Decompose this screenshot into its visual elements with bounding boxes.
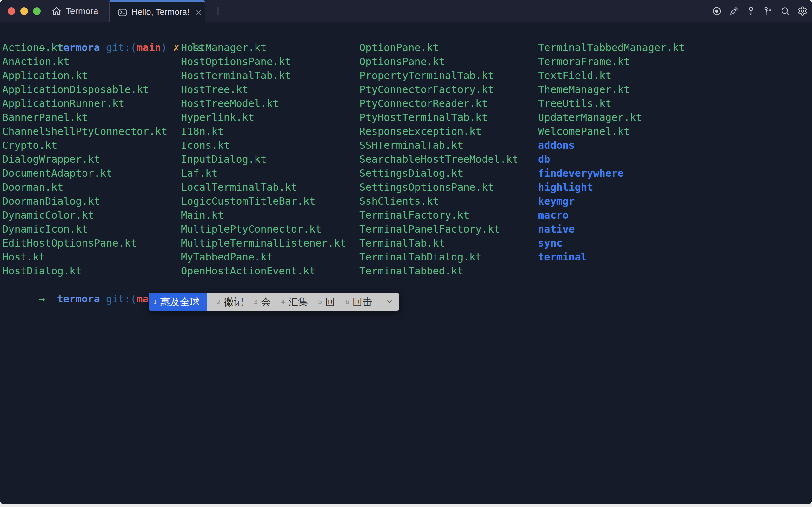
file-column: HostManager.ktHostOptionsPane.ktHostTerm… bbox=[181, 41, 346, 278]
file-item: EditHostOptionsPane.kt bbox=[2, 236, 167, 250]
ime-candidate-selected[interactable]: 1惠及全球 bbox=[149, 292, 207, 311]
file-item: Hyperlink.kt bbox=[181, 110, 346, 124]
file-item: UpdaterManager.kt bbox=[538, 110, 685, 124]
file-item: OptionPane.kt bbox=[359, 41, 519, 55]
file-item: DialogWrapper.kt bbox=[2, 152, 167, 166]
candidate-text: 惠及全球 bbox=[160, 295, 200, 309]
traffic-lights bbox=[8, 7, 41, 15]
git-prefix: git:( bbox=[106, 293, 137, 305]
file-item: DynamicIcon.kt bbox=[2, 222, 167, 236]
file-column: Actions.ktAnAction.ktApplication.ktAppli… bbox=[2, 41, 167, 278]
file-item: BannerPanel.kt bbox=[2, 110, 167, 124]
file-item: TermoraFrame.kt bbox=[538, 55, 685, 68]
new-tab-button[interactable] bbox=[207, 0, 229, 22]
file-item: DynamicColor.kt bbox=[2, 208, 167, 222]
record-icon bbox=[712, 6, 722, 16]
keychain-button[interactable] bbox=[763, 6, 773, 16]
file-item: SearchableHostTreeModel.kt bbox=[359, 152, 519, 166]
home-icon bbox=[51, 6, 62, 16]
file-item: TerminalTabDialog.kt bbox=[359, 250, 519, 264]
file-item: PropertyTerminalTab.kt bbox=[359, 68, 519, 82]
file-item: TerminalFactory.kt bbox=[359, 208, 519, 222]
ime-candidate-bar: 1惠及全球2徽记3会4汇集5回6回击 bbox=[149, 292, 399, 311]
file-item: TerminalTabbedManager.kt bbox=[538, 41, 685, 55]
file-item: Icons.kt bbox=[181, 138, 346, 152]
file-item: ApplicationDisposable.kt bbox=[2, 82, 167, 97]
file-item: TreeUtils.kt bbox=[538, 97, 685, 110]
file-item: HostTerminalTab.kt bbox=[181, 68, 346, 82]
dir-item: db bbox=[538, 152, 685, 166]
home-tab[interactable]: Termora bbox=[51, 0, 98, 22]
settings-button[interactable] bbox=[797, 6, 808, 16]
file-item: LocalTerminalTab.kt bbox=[181, 180, 346, 194]
file-item: SettingsDialog.kt bbox=[359, 166, 519, 180]
file-item: Application.kt bbox=[2, 68, 167, 82]
candidate-number: 4 bbox=[281, 295, 285, 309]
keys-button[interactable] bbox=[746, 6, 756, 16]
branch-icon bbox=[763, 6, 773, 16]
prompt-user: termora bbox=[57, 293, 100, 305]
close-window-button[interactable] bbox=[8, 7, 15, 15]
search-button[interactable] bbox=[780, 6, 791, 16]
ime-candidate[interactable]: 6回击 bbox=[345, 295, 372, 309]
file-item: WelcomePanel.kt bbox=[538, 124, 685, 138]
ime-candidate[interactable]: 5回 bbox=[318, 295, 335, 309]
zoom-window-button[interactable] bbox=[33, 7, 41, 15]
tab-close-button[interactable] bbox=[195, 9, 203, 16]
file-item: Actions.kt bbox=[2, 41, 167, 55]
candidate-number: 2 bbox=[217, 295, 221, 309]
ime-candidate[interactable]: 3会 bbox=[254, 295, 271, 309]
file-item: MyTabbedPane.kt bbox=[181, 250, 346, 264]
file-item: ThemeManager.kt bbox=[538, 82, 685, 97]
file-item: Laf.kt bbox=[181, 166, 346, 180]
file-item: DocumentAdaptor.kt bbox=[2, 166, 167, 180]
file-item: Doorman.kt bbox=[2, 180, 167, 194]
candidate-text: 徽记 bbox=[224, 295, 243, 309]
file-item: HostTree.kt bbox=[181, 82, 346, 97]
file-item: LogicCustomTitleBar.kt bbox=[181, 194, 346, 208]
terminal-icon bbox=[118, 8, 127, 17]
terminal-screen[interactable]: →termoragit:(main)✗ls Actions.ktAnAction… bbox=[0, 22, 812, 504]
candidate-text: 回击 bbox=[353, 295, 372, 309]
candidate-number: 3 bbox=[254, 295, 258, 309]
file-item: SSHTerminalTab.kt bbox=[359, 138, 519, 152]
file-item: ApplicationRunner.kt bbox=[2, 97, 167, 110]
file-item: TerminalPanelFactory.kt bbox=[359, 222, 519, 236]
file-item: TerminalTabbed.kt bbox=[359, 264, 519, 278]
prompt-arrow: → bbox=[39, 293, 45, 305]
edit-button[interactable] bbox=[729, 6, 739, 16]
app-window: Termora Hello, Termora! bbox=[0, 0, 812, 504]
search-icon bbox=[780, 6, 791, 16]
record-button[interactable] bbox=[712, 6, 722, 16]
file-item: OptionsPane.kt bbox=[359, 55, 519, 68]
ime-candidate[interactable]: 2徽记 bbox=[217, 295, 244, 309]
dir-item: terminal bbox=[538, 250, 685, 264]
dir-item: macro bbox=[538, 208, 685, 222]
ime-expand-button[interactable] bbox=[385, 298, 394, 306]
candidate-text: 会 bbox=[261, 295, 271, 309]
ime-candidate[interactable]: 4汇集 bbox=[281, 295, 308, 309]
file-item: MultiplePtyConnector.kt bbox=[181, 222, 346, 236]
toolbar bbox=[712, 0, 808, 22]
file-item: TerminalTab.kt bbox=[359, 236, 519, 250]
dir-item: native bbox=[538, 222, 685, 236]
file-item: HostOptionsPane.kt bbox=[181, 55, 346, 68]
file-item: SshClients.kt bbox=[359, 194, 519, 208]
chevron-down-icon bbox=[385, 298, 394, 306]
file-item: Crypto.kt bbox=[2, 138, 167, 152]
file-item: OpenHostActionEvent.kt bbox=[181, 264, 346, 278]
active-tab-accent bbox=[109, 0, 205, 2]
file-item: I18n.kt bbox=[181, 124, 346, 138]
file-column: TerminalTabbedManager.ktTermoraFrame.ktT… bbox=[538, 41, 685, 264]
title-bar: Termora Hello, Termora! bbox=[0, 0, 812, 22]
file-item: SettingsOptionsPane.kt bbox=[359, 180, 519, 194]
file-item: ChannelShellPtyConnector.kt bbox=[2, 124, 167, 138]
candidate-number: 6 bbox=[345, 295, 349, 309]
file-item: PtyConnectorFactory.kt bbox=[359, 82, 519, 97]
dir-item: keymgr bbox=[538, 194, 685, 208]
terminal-tab[interactable]: Hello, Termora! bbox=[109, 0, 205, 22]
file-item: ResponseException.kt bbox=[359, 124, 519, 138]
candidate-number: 5 bbox=[318, 295, 322, 309]
file-item: HostTreeModel.kt bbox=[181, 97, 346, 110]
minimize-window-button[interactable] bbox=[20, 7, 28, 15]
